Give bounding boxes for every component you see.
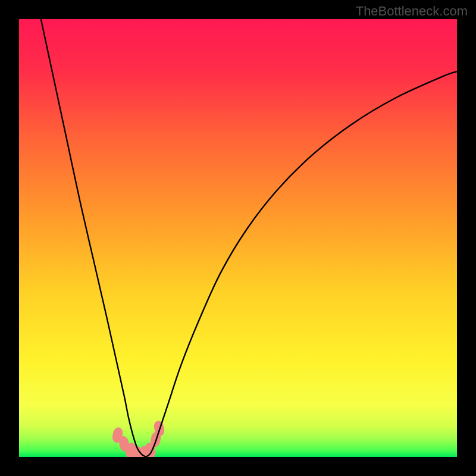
- chart-plot: [19, 19, 457, 457]
- chart-svg: [19, 19, 457, 457]
- chart-background: [19, 19, 457, 457]
- chart-frame: TheBottleneck.com: [0, 0, 476, 476]
- watermark-text: TheBottleneck.com: [356, 4, 468, 19]
